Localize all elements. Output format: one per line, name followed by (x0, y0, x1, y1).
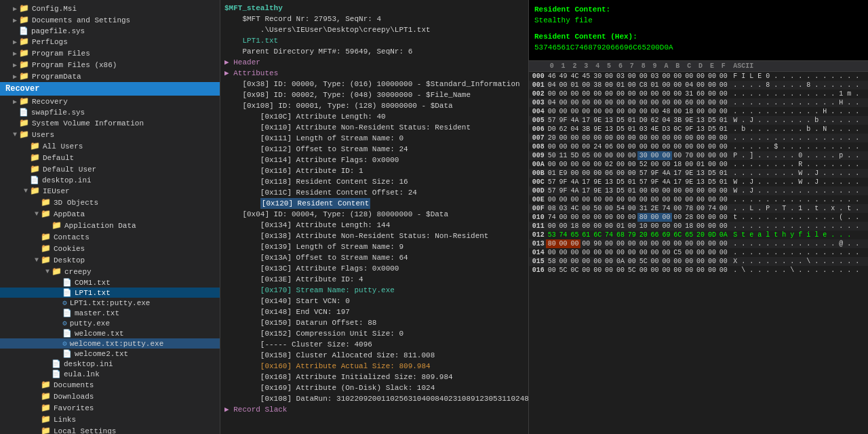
hex-byte-011-7: 00 (626, 222, 637, 231)
tree-item-appdata[interactable]: ▼📁AppData (0, 208, 220, 220)
hex-ascii-009: P . ] . . . . . 0 . . . . p . . (729, 151, 868, 160)
tree-item-master-txt[interactable]: 📄master.txt (0, 308, 220, 318)
tree-item-lpt1-txt[interactable]: 📄LPT1.txt (0, 288, 220, 298)
tree-item-config-msi[interactable]: ▶📁Config.Msi (0, 3, 220, 14)
folder-icon-downloads: 📁 (41, 391, 51, 401)
tree-item-documents-settings[interactable]: ▶📁Documents and Settings (0, 14, 220, 26)
mft-line-1: .\Users\IEUser\Desktop\creepy\LPT1.txt (224, 24, 524, 35)
tree-indent (0, 279, 54, 287)
hex-byte-004-4: 00 (592, 107, 604, 116)
hex-byte-013-4: 90 (592, 239, 604, 248)
tree-item-eula-lnk[interactable]: 📄eula.lnk (0, 369, 220, 379)
hex-byte-005-6: D5 (615, 116, 627, 125)
tree-item-program-files[interactable]: ▶📁Program Files (0, 47, 220, 59)
hex-byte-012-6: 68 (615, 231, 627, 239)
hex-byte-008-14: 00 (707, 142, 718, 151)
hex-row-00D: 00D579F4A179E13D5010000000000000000W . J… (529, 186, 868, 195)
tree-label-eula-lnk: eula.lnk (64, 370, 100, 378)
hex-byte-009-12: 70 (684, 151, 695, 160)
exe-icon-putty-exe: ⚙ (62, 319, 67, 328)
mft-line-5: ▶ Attributes (224, 68, 524, 79)
file-icon-pagefile-sys: 📄 (19, 26, 28, 35)
tree-item-links[interactable]: 📁Links (0, 414, 220, 425)
hex-byte-001-7: 00 (626, 81, 637, 90)
tree-item-application-data[interactable]: 📁Application Data (0, 220, 220, 231)
expand-icon-users: ▼ (11, 131, 19, 138)
hex-byte-015-1: 00 (557, 257, 569, 266)
hex-row-005: 005579F4A179E13D501D062043B9E13D501W . J… (529, 116, 868, 125)
tree-item-lpt1-txt-putty-exe[interactable]: ⚙LPT1.txt:putty.exe (0, 298, 220, 308)
tree-item-default[interactable]: 📁Default (0, 152, 220, 163)
hex-byte-005-9: 62 (649, 116, 660, 125)
tree-item-ieuser[interactable]: ▼📁IEUser (0, 185, 220, 197)
mft-line-31: [0x158] Cluster Allocated Size: 811.008 (224, 350, 524, 361)
hex-byte-009-0: 50 (546, 151, 557, 160)
hex-byte-016-12: 00 (684, 266, 695, 275)
hex-byte-00B-15: 01 (717, 169, 729, 178)
folder-icon-local-settings: 📁 (41, 426, 51, 434)
tree-item-recovery[interactable]: ▶📁Recovery (0, 96, 220, 107)
tree-label-system-volume: System Volume Information (32, 119, 144, 127)
hex-byte-015-9: 00 (649, 257, 660, 266)
tree-item-desktop[interactable]: ▼📁Desktop (0, 254, 220, 266)
hex-byte-005-10: 04 (660, 116, 672, 125)
tree-item-contacts[interactable]: 📁Contacts (0, 231, 220, 243)
hex-byte-002-3: 00 (580, 90, 592, 98)
hex-byte-003-2: 00 (569, 98, 580, 107)
tree-label-program-files: Program Files (32, 50, 90, 58)
tree-item-welcome-txt-putty-exe[interactable]: ⚙welcome.txt:putty.exe (0, 338, 220, 349)
tree-indent (0, 73, 11, 81)
hex-byte-00D-9: 00 (649, 186, 660, 195)
tree-item-welcome2-txt[interactable]: 📄welcome2.txt (0, 349, 220, 359)
tree-item-3d-objects[interactable]: 📁3D Objects (0, 197, 220, 208)
hex-byte-004-7: 00 (626, 107, 637, 116)
tree-item-putty-exe[interactable]: ⚙putty.exe (0, 318, 220, 328)
tree-item-welcome-txt[interactable]: 📄welcome.txt (0, 328, 220, 338)
hex-byte-014-2: 00 (569, 248, 580, 257)
hex-byte-00F-2: 4C (569, 204, 580, 213)
tree-item-creepy[interactable]: ▼📁creepy (0, 266, 220, 277)
hex-byte-00C-6: D5 (615, 178, 627, 186)
tree-item-perflogs[interactable]: ▶📁PerfLogs (0, 36, 220, 47)
mft-title: $MFT_stealthy (224, 3, 524, 14)
hex-byte-007-0: 20 (546, 134, 557, 142)
tree-item-swapfile-sys[interactable]: 📄swapfile.sys (0, 107, 220, 117)
tree-indent (0, 340, 54, 348)
tree-item-all-users[interactable]: 📁All Users (0, 140, 220, 152)
tree-label-documents-settings: Documents and Settings (32, 16, 130, 24)
hex-byte-004-15: 00 (717, 107, 729, 116)
tree-item-default-user[interactable]: 📁Default User (0, 163, 220, 175)
tree-item-com1-txt[interactable]: 📄COM1.txt (0, 277, 220, 288)
tree-item-documents[interactable]: 📁Documents (0, 379, 220, 391)
expand-icon-creepy: ▼ (43, 268, 52, 275)
hex-byte-010-4: 00 (592, 213, 604, 222)
tree-item-local-settings[interactable]: 📁Local Settings (0, 425, 220, 434)
tree-item-favorites[interactable]: 📁Favorites (0, 402, 220, 414)
hex-ascii-000: F I L E 0 . . . . . . . . . . . (729, 72, 868, 81)
tree-item-system-volume[interactable]: 📁System Volume Information (0, 117, 220, 129)
hex-byte-00D-14: 00 (707, 186, 718, 195)
tree-item-desktop-ini[interactable]: 📄desktop.ini (0, 175, 220, 185)
hex-ascii-006: . b . . . . . . . b . N . . . . (729, 125, 868, 134)
tree-item-users[interactable]: ▼📁Users (0, 129, 220, 140)
mft-line-9: [0x10C] Attribute Length: 40 (224, 111, 524, 122)
tree-item-cookies[interactable]: 📁Cookies (0, 243, 220, 254)
tree-item-pagefile-sys[interactable]: 📄pagefile.sys (0, 26, 220, 36)
hex-byte-002-8: 00 (637, 90, 649, 98)
tree-item-program-files-x86[interactable]: ▶📁Program Files (x86) (0, 59, 220, 71)
hex-byte-00F-0: 08 (546, 204, 557, 213)
hex-value: 53746561C7468792066696C65200D0A (534, 42, 863, 53)
folder-icon-documents-settings: 📁 (19, 15, 29, 25)
tree-indent (0, 38, 11, 46)
hex-ascii-008: . . . . . $ . . . . . . . . . . (729, 142, 868, 151)
hex-row-003: 00304000000000000000000000060000000. . .… (529, 98, 868, 107)
tree-item-downloads[interactable]: 📁Downloads (0, 391, 220, 402)
tree-item-programdata[interactable]: ▶📁ProgramData (0, 71, 220, 82)
hex-byte-015-5: 00 (604, 257, 615, 266)
tree-item-desktop-ini2[interactable]: 📄desktop.ini (0, 359, 220, 369)
hex-byte-007-6: 00 (615, 134, 627, 142)
expand-icon-perflogs: ▶ (11, 38, 19, 46)
hex-byte-004-11: 00 (672, 107, 684, 116)
hex-byte-016-10: 00 (660, 266, 672, 275)
tree-indent (0, 98, 11, 106)
